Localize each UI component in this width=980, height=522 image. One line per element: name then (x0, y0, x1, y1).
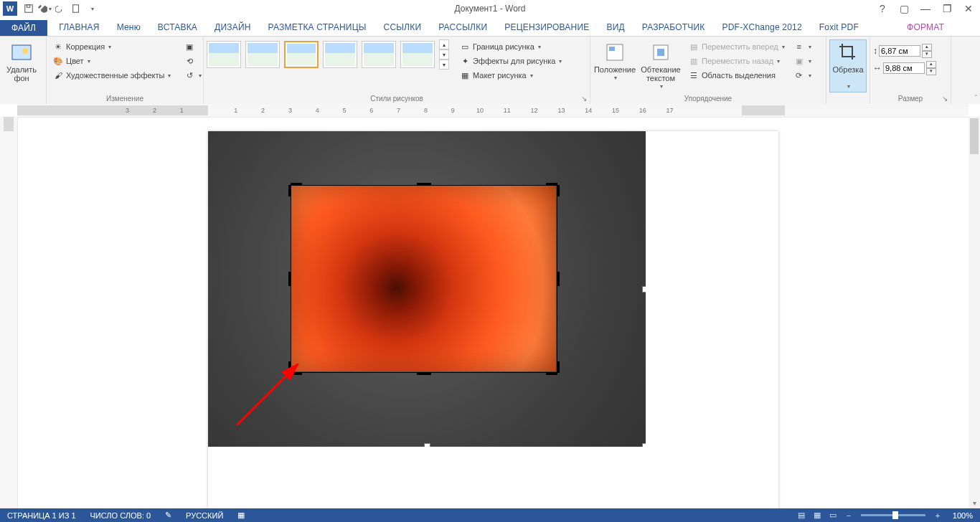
change-pic-button[interactable]: ⟲ (181, 54, 204, 68)
maximize-button[interactable]: ❐ (938, 1, 956, 16)
help-button[interactable]: ? (874, 1, 891, 16)
view-print-icon[interactable]: ▦ (809, 508, 825, 522)
zoom-slider[interactable] (861, 514, 925, 516)
size-dialog-launcher[interactable]: ↘ (941, 94, 949, 103)
group-arrange-label: Упорядочение (593, 93, 823, 104)
status-words[interactable]: ЧИСЛО СЛОВ: 0 (83, 511, 159, 520)
tab-file[interactable]: ФАЙЛ (0, 20, 47, 36)
crop-handle-tl[interactable] (291, 183, 302, 186)
tab-pdf-xchange[interactable]: PDF-XChange 2012 (714, 19, 811, 36)
selection-pane-button[interactable]: ☰Область выделения (685, 68, 788, 82)
wrap-text-button[interactable]: Обтекание текстом▾ (639, 39, 682, 92)
style-thumb-2[interactable] (245, 41, 280, 68)
save-icon[interactable] (22, 1, 36, 16)
width-input[interactable] (883, 62, 925, 74)
align-button[interactable]: ≡▾ (791, 39, 814, 54)
style-thumb-6[interactable] (400, 41, 435, 68)
width-icon: ↔ (873, 63, 882, 73)
reset-pic-button[interactable]: ↺▾ (181, 68, 204, 82)
crop-handle-br[interactable] (546, 372, 557, 375)
artistic-button[interactable]: 🖌Художественные эффекты▾ (50, 68, 174, 82)
style-thumb-4[interactable] (323, 41, 357, 68)
crop-handle-br-v[interactable] (557, 361, 560, 373)
position-button[interactable]: Положение▾ (593, 39, 636, 84)
group-button[interactable]: ▣▾ (791, 54, 814, 68)
group-size: ↕ ▴▾ ↔ ▴▾ Размер ↘ (870, 37, 951, 104)
crop-handle-tl-v[interactable] (288, 185, 291, 196)
tab-design[interactable]: ДИЗАЙН (206, 19, 260, 36)
ribbon-display-button[interactable]: ▢ (895, 1, 913, 16)
zoom-level[interactable]: 100% (946, 511, 980, 520)
picture[interactable] (208, 131, 646, 447)
gallery-scroll[interactable]: ▴▾▾ (439, 39, 449, 70)
compress-button[interactable]: ▣ (181, 39, 204, 54)
sel-handle-mr[interactable] (642, 286, 646, 293)
crop-button[interactable]: Обрезка▾ (829, 39, 867, 92)
palette-icon: 🎨 (52, 55, 64, 67)
rotate-button[interactable]: ⟳▾ (791, 68, 814, 82)
bring-forward-button[interactable]: ▤Переместить вперед▾ (685, 39, 788, 54)
crop-handle-tr-v[interactable] (557, 185, 560, 196)
crop-handle-left[interactable] (288, 272, 291, 286)
view-web-icon[interactable]: ▭ (825, 508, 841, 522)
horizontal-ruler[interactable]: 3211234567891011121314151617 (17, 104, 969, 118)
ruler-tick: 6 (368, 105, 375, 115)
tab-page-layout[interactable]: РАЗМЕТКА СТРАНИЦЫ (260, 19, 375, 36)
close-button[interactable]: ✕ (960, 1, 977, 16)
send-backward-button[interactable]: ▥Переместить назад▾ (685, 54, 788, 68)
corrections-button[interactable]: ☀Коррекция▾ (50, 39, 174, 54)
scroll-thumb[interactable] (970, 118, 979, 154)
crop-handle-tr[interactable] (546, 183, 557, 186)
group-picture-styles: ▴▾▾ ▭Граница рисунка▾ ✦Эффекты для рисун… (204, 37, 590, 104)
sel-handle-mb[interactable] (424, 443, 430, 447)
tab-format[interactable]: ФОРМАТ (898, 19, 980, 36)
crop-handle-bl-v[interactable] (288, 361, 291, 373)
tab-review[interactable]: РЕЦЕНЗИРОВАНИЕ (496, 19, 598, 36)
tab-developer[interactable]: РАЗРАБОТЧИК (633, 19, 714, 36)
tab-home[interactable]: ГЛАВНАЯ (50, 19, 108, 36)
zoom-thumb[interactable] (892, 511, 898, 519)
crop-handle-bottom[interactable] (417, 372, 431, 375)
page[interactable] (208, 131, 778, 522)
crop-handle-bl[interactable] (291, 372, 302, 375)
zoom-in-button[interactable]: + (930, 508, 946, 522)
style-thumb-3[interactable] (284, 41, 319, 68)
picture-layout-button[interactable]: ▦Макет рисунка▾ (456, 68, 565, 82)
tab-mailings[interactable]: РАССЫЛКИ (430, 19, 496, 36)
tab-references[interactable]: ССЫЛКИ (375, 19, 430, 36)
status-proofing-icon[interactable]: ✎ (158, 511, 179, 520)
height-input[interactable] (879, 45, 920, 57)
height-spinner[interactable]: ▴▾ (922, 44, 932, 58)
new-doc-icon[interactable] (69, 1, 83, 16)
tab-menu[interactable]: Меню (108, 19, 149, 36)
status-language[interactable]: РУССКИЙ (179, 511, 230, 520)
crop-handle-right[interactable] (557, 272, 560, 286)
tab-view[interactable]: ВИД (598, 19, 633, 36)
qat-customize-icon[interactable]: ▾ (85, 1, 99, 16)
crop-handle-top[interactable] (417, 183, 431, 186)
view-read-icon[interactable]: ▤ (793, 508, 809, 522)
picture-border-button[interactable]: ▭Граница рисунка▾ (456, 39, 565, 54)
vertical-scrollbar[interactable]: ▴ ▾ (969, 117, 980, 508)
sel-handle-br[interactable] (642, 443, 646, 447)
crop-frame[interactable] (291, 185, 557, 373)
style-thumb-1[interactable] (207, 41, 241, 68)
picture-effects-button[interactable]: ✦Эффекты для рисунка▾ (456, 54, 565, 68)
zoom-out-button[interactable]: − (841, 508, 857, 522)
style-thumb-5[interactable] (362, 41, 396, 68)
width-spinner[interactable]: ▴▾ (926, 61, 936, 75)
undo-icon[interactable]: ▾ (37, 1, 52, 16)
vertical-ruler[interactable] (0, 117, 18, 508)
status-page[interactable]: СТРАНИЦА 1 ИЗ 1 (0, 511, 83, 520)
styles-dialog-launcher[interactable]: ↘ (580, 94, 588, 103)
scroll-down-icon[interactable]: ▾ (969, 497, 980, 508)
redo-icon[interactable] (53, 1, 67, 16)
style-gallery[interactable]: ▴▾▾ (207, 39, 449, 70)
status-macro-icon[interactable]: ▦ (230, 511, 252, 520)
minimize-button[interactable]: — (917, 1, 934, 16)
remove-bg-button[interactable]: Удалить фон (3, 39, 40, 84)
tab-insert[interactable]: ВСТАВКА (149, 19, 206, 36)
collapse-ribbon-button[interactable]: ˆ (975, 95, 977, 103)
color-button[interactable]: 🎨Цвет▾ (50, 54, 174, 68)
tab-foxit[interactable]: Foxit PDF (811, 19, 867, 36)
